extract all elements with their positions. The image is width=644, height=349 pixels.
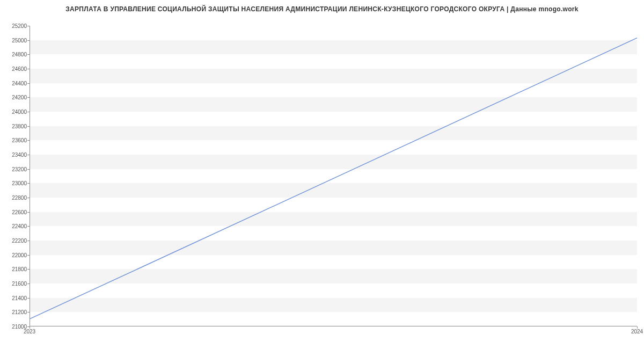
y-tick-label: 24800 [3, 52, 27, 57]
x-tick-label: 2024 [631, 329, 643, 335]
y-tick-label: 24000 [3, 109, 27, 115]
y-tick-mark [27, 126, 30, 127]
y-tick-mark [27, 312, 30, 312]
plot-area [30, 26, 637, 326]
y-tick-mark [27, 112, 30, 112]
chart-title: ЗАРПЛАТА В УПРАВЛЕНИЕ СОЦИАЛЬНОЙ ЗАЩИТЫ … [0, 0, 644, 16]
y-tick-label: 22800 [3, 195, 27, 201]
y-tick-mark [27, 83, 30, 84]
y-tick-mark [27, 97, 30, 98]
y-tick-label: 21600 [3, 281, 27, 287]
y-tick-mark [27, 169, 30, 170]
y-tick-label: 22600 [3, 209, 27, 215]
y-tick-label: 22000 [3, 252, 27, 258]
y-tick-label: 21200 [3, 309, 27, 315]
y-tick-mark [27, 198, 30, 198]
y-tick-label: 24200 [3, 94, 27, 100]
x-tick-mark [30, 326, 30, 329]
x-tick-label: 2023 [24, 329, 35, 335]
y-tick-label: 24600 [3, 66, 27, 72]
y-tick-mark [27, 298, 30, 299]
chart-container: 2100021200214002160021800220002220022400… [0, 16, 644, 344]
chart-line-svg [30, 26, 637, 326]
y-tick-mark [27, 140, 30, 141]
x-tick-mark [637, 326, 638, 329]
y-tick-label: 23800 [3, 123, 27, 129]
y-tick-label: 23400 [3, 152, 27, 158]
y-tick-label: 23600 [3, 137, 27, 143]
y-tick-label: 25000 [3, 37, 27, 43]
y-tick-mark [27, 40, 30, 41]
y-tick-mark [27, 26, 30, 26]
y-tick-mark [27, 69, 30, 69]
y-tick-mark [27, 255, 30, 256]
y-tick-mark [27, 54, 30, 55]
y-tick-mark [27, 155, 30, 155]
y-tick-mark [27, 269, 30, 270]
y-tick-mark [27, 241, 30, 241]
y-tick-label: 23200 [3, 166, 27, 172]
y-tick-label: 22400 [3, 223, 27, 229]
y-tick-label: 22200 [3, 238, 27, 244]
y-tick-mark [27, 212, 30, 213]
y-tick-label: 21400 [3, 295, 27, 301]
y-tick-label: 21800 [3, 266, 27, 272]
y-tick-label: 23000 [3, 180, 27, 186]
data-line [30, 38, 637, 319]
y-tick-label: 24400 [3, 80, 27, 86]
y-tick-mark [27, 226, 30, 227]
y-tick-mark [27, 283, 30, 284]
y-tick-label: 25200 [3, 23, 27, 29]
y-tick-mark [27, 183, 30, 184]
